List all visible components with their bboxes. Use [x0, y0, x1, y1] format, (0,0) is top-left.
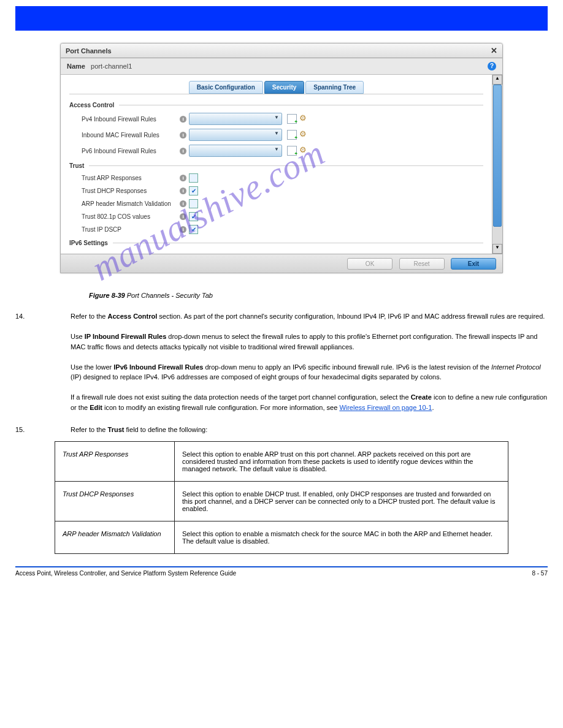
row-arp-mismatch: ARP header Mismatch Validation i [69, 197, 483, 210]
create-rule-icon[interactable] [287, 114, 297, 124]
edit-rule-icon[interactable] [299, 115, 308, 123]
trust-dhcp-checkbox[interactable] [189, 186, 198, 195]
dialog-subheader: Name port-channel1 ? [61, 58, 502, 75]
edit-rule-icon[interactable] [299, 146, 308, 155]
help-icon[interactable]: ? [488, 62, 496, 70]
info-icon[interactable]: i [180, 116, 186, 123]
trust-arp-checkbox[interactable] [189, 173, 198, 183]
row-trust-dhcp: Trust DHCP Responses i [69, 184, 483, 197]
row-pv6-inbound: Pv6 Inbound Firewall Rules i [69, 143, 483, 159]
row-trust-dscp: Trust IP DSCP i [69, 223, 483, 236]
ok-button[interactable]: OK [347, 258, 393, 270]
tab-basic-configuration[interactable]: Basic Configuration [189, 81, 263, 94]
figure-caption: Figure 8-39 Port Channels - Security Tab [89, 292, 548, 299]
tab-security[interactable]: Security [264, 81, 304, 94]
info-icon[interactable]: i [180, 148, 186, 154]
table-row: Trust DHCP Responses Select this option … [55, 481, 508, 521]
info-icon[interactable]: i [180, 200, 186, 207]
dialog-footer: OK Reset Exit [61, 254, 502, 273]
mac-firewall-dropdown[interactable] [189, 129, 282, 141]
close-icon[interactable]: ✕ [491, 46, 497, 55]
step-15: 15. Refer to the Trust field to define t… [15, 425, 548, 435]
vertical-scrollbar[interactable]: ▲ ▼ [492, 75, 502, 254]
create-rule-icon[interactable] [287, 146, 297, 156]
row-trust-arp: Trust ARP Responses i [69, 172, 483, 184]
section-access-control: Access Control [69, 102, 483, 108]
scroll-thumb[interactable] [493, 85, 502, 227]
scroll-up-icon[interactable]: ▲ [492, 75, 502, 85]
edit-rule-icon[interactable] [299, 131, 308, 139]
info-icon[interactable]: i [180, 132, 186, 138]
dialog-title: Port Channels [66, 47, 112, 55]
pv6-firewall-dropdown[interactable] [189, 145, 282, 157]
reset-button[interactable]: Reset [399, 258, 445, 270]
pv4-firewall-dropdown[interactable] [189, 113, 282, 125]
trust-options-table: Trust ARP Responses Select this option t… [55, 441, 508, 554]
tab-spanning-tree[interactable]: Spanning Tree [305, 81, 364, 94]
name-value: port-channel1 [91, 63, 132, 70]
info-icon[interactable]: i [180, 213, 186, 220]
arp-mismatch-checkbox[interactable] [189, 199, 198, 208]
dialog-titlebar: Port Channels ✕ [61, 44, 502, 58]
section-trust: Trust [69, 162, 483, 169]
name-label: Name [67, 63, 85, 70]
info-icon[interactable]: i [180, 175, 186, 181]
scroll-down-icon[interactable]: ▼ [492, 244, 502, 254]
trust-dscp-checkbox[interactable] [189, 225, 198, 234]
exit-button[interactable]: Exit [451, 258, 496, 270]
step-14: 14. Refer to the Access Control section.… [15, 311, 548, 412]
info-icon[interactable]: i [180, 226, 186, 233]
tab-bar: Basic Configuration Security Spanning Tr… [69, 81, 483, 94]
trust-cos-checkbox[interactable] [189, 212, 198, 221]
info-icon[interactable]: i [180, 188, 186, 194]
wireless-firewall-link[interactable]: Wireless Firewall on page 10-1 [339, 404, 432, 411]
page-footer: Access Point, Wireless Controller, and S… [15, 570, 548, 577]
row-mac-inbound: Inbound MAC Firewall Rules i [69, 127, 483, 143]
row-pv4-inbound: Pv4 Inbound Firewall Rules i [69, 111, 483, 127]
port-channels-dialog: Port Channels ✕ Name port-channel1 ? Bas… [60, 43, 503, 273]
create-rule-icon[interactable] [287, 130, 297, 140]
row-trust-cos: Trust 802.1p COS values i [69, 210, 483, 223]
table-row: ARP header Mismatch Validation Select th… [55, 521, 508, 553]
section-ipv6-settings: IPv6 Settings [69, 240, 483, 246]
table-row: Trust ARP Responses Select this option t… [55, 441, 508, 481]
